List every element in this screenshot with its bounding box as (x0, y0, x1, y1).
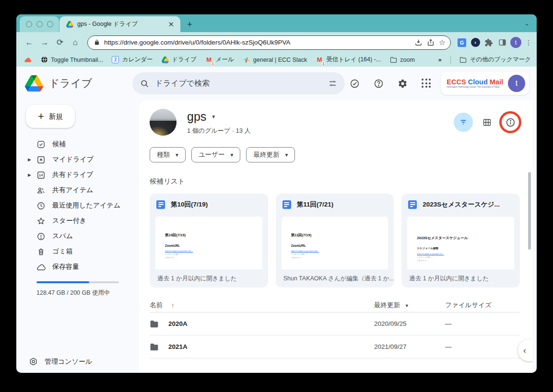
new-button[interactable]: + 新規 (26, 105, 75, 128)
forward-icon[interactable]: → (38, 38, 51, 47)
filter-funnel-button[interactable] (454, 113, 473, 132)
sidebar-item-shared-with-me[interactable]: 共有アイテム (24, 183, 139, 198)
drive-sidebar: + 新規 候補 ▶ マイドライブ ▶ 共有ドライブ (16, 100, 139, 373)
sort-ascending-icon[interactable]: ↑ (171, 301, 175, 309)
row-file-size: — (445, 320, 520, 327)
help-icon[interactable] (369, 74, 388, 93)
chevron-down-icon: ▼ (405, 303, 409, 308)
bookmark-mail[interactable]: M1 メール (205, 56, 234, 64)
bookmark-folder-zoom[interactable]: zoom (389, 56, 415, 64)
google-docs-icon (156, 200, 165, 209)
suggested-file-card[interactable]: 第11回(7/21) 第11回(7/19) ZoomURL https://u-… (276, 194, 394, 288)
scrollbar-thumb[interactable] (528, 172, 531, 250)
doc-preview-thumbnail: 第11回(7/19) ZoomURL https://u-tokyo-ac-jp… (282, 217, 388, 269)
info-button[interactable] (501, 113, 520, 132)
account-box[interactable]: ECCS Cloud Mail Information Technology C… (441, 72, 529, 95)
folder-name: 2021A (168, 343, 188, 350)
reload-icon[interactable]: ⟳ (54, 37, 66, 47)
drive-content: gps ▼ 1 個のグループ · 13 人 (139, 100, 532, 373)
column-header-name[interactable]: 名前 (150, 301, 163, 310)
sidebar-item-starred[interactable]: スター付き (24, 213, 139, 229)
filter-chip-type[interactable]: 種類 ▼ (150, 147, 186, 162)
settings-gear-icon[interactable] (393, 74, 412, 93)
google-docs-icon (282, 200, 291, 209)
storage-usage-text: 128.47 GB / 200 GB 使用中 (36, 289, 139, 297)
browser-profile-avatar[interactable]: t (510, 37, 521, 48)
suggested-section-title: 候補リスト (150, 177, 520, 186)
expand-chevron-icon[interactable]: ▶ (28, 173, 31, 177)
tab-search-chevron-icon[interactable]: › (523, 23, 530, 25)
folder-name: 2020A (168, 320, 188, 327)
bookmark-drive[interactable]: ドライブ (162, 56, 197, 64)
back-icon[interactable]: ← (23, 38, 35, 47)
share-icon[interactable] (427, 38, 435, 46)
drive-app-title: ドライブ (49, 76, 92, 91)
calendar-icon: 2 (112, 56, 119, 64)
home-icon[interactable]: ⌂ (69, 38, 82, 47)
save-to-device-icon[interactable] (414, 38, 423, 46)
drive-search-input[interactable]: ドライブで検索 (132, 72, 345, 94)
tab-close-icon[interactable]: ✕ (166, 20, 176, 29)
storage-progress-fill (36, 281, 89, 283)
search-options-icon[interactable] (328, 79, 337, 88)
group-title-caret-icon[interactable]: ▼ (211, 114, 216, 119)
card-activity-text: 過去 1 か月以内に開きました (150, 269, 268, 288)
filter-chip-modified[interactable]: 最終更新 ▼ (246, 147, 295, 162)
sidebar-item-spam[interactable]: スパム (24, 229, 139, 244)
sidebar-item-suggested[interactable]: 候補 (24, 137, 139, 152)
extensions-puzzle-icon[interactable] (483, 37, 494, 48)
dark-extension-icon[interactable]: ◗ (470, 37, 481, 48)
card-activity-text: 過去 1 か月以内に開きました (401, 269, 520, 288)
minimize-window-button[interactable] (36, 21, 43, 27)
bookmark-star-icon[interactable]: ☆ (439, 38, 446, 47)
doc-preview-thumbnail: 第10回(7/19) ZoomURL https://u-tokyo-ac-jp… (155, 217, 262, 269)
browser-tab[interactable]: gps - Google ドライブ ✕ (59, 16, 180, 32)
bookmark-calendar[interactable]: 2 カレンダー (112, 56, 153, 64)
bookmark-cloud[interactable] (24, 56, 32, 64)
bookmark-slack[interactable]: general | ECC Slack (243, 56, 307, 64)
collapse-panel-chevron-button[interactable]: ‹ (518, 339, 532, 361)
globe-icon (40, 56, 48, 64)
account-avatar[interactable]: t (508, 75, 525, 92)
close-window-button[interactable] (26, 21, 32, 27)
suggested-file-card[interactable]: 2023Sセメスタースケジ... 2023Sセメスタースケジュール スケジュール… (401, 194, 520, 288)
zoom-window-button[interactable] (47, 21, 53, 27)
group-avatar-photo[interactable] (150, 109, 176, 136)
table-row[interactable]: 2021A 2021/09/27 — (150, 335, 520, 358)
column-header-size[interactable]: ファイルサイズ (445, 301, 520, 310)
group-title: gps (187, 110, 206, 124)
new-tab-button[interactable]: + (187, 19, 192, 30)
url-bar[interactable]: https://drive.google.com/drive/u/0/folde… (87, 35, 451, 50)
chevron-down-icon: ▼ (230, 152, 235, 158)
other-bookmarks[interactable]: その他のブックマーク (459, 56, 531, 64)
expand-chevron-icon[interactable]: ▶ (28, 157, 31, 162)
storage-progress (36, 281, 119, 283)
browser-menu-icon[interactable]: ⋮ (525, 39, 532, 46)
slack-icon (243, 56, 250, 64)
sidebar-item-trash[interactable]: ゴミ箱 (24, 244, 139, 259)
table-row[interactable]: 2020A 2020/09/25 — (150, 312, 520, 335)
google-apps-grid-icon[interactable] (417, 74, 436, 93)
drive-home-link[interactable]: ドライブ (25, 75, 132, 92)
doc-preview-thumbnail: 2023Sセメスタースケジュール スケジュール調整 https://u-toky… (407, 217, 514, 269)
drive-icon (162, 56, 169, 64)
bookmark-inbox[interactable]: M1 受信トレイ (164) -... (316, 56, 381, 64)
suggested-file-card[interactable]: 第10回(7/19) 第10回(7/19) ZoomURL https://u-… (150, 194, 268, 288)
grid-view-button[interactable] (479, 114, 495, 130)
approval-status-icon[interactable] (345, 74, 364, 93)
side-panel-icon[interactable] (497, 37, 507, 48)
sidebar-item-shared-drives[interactable]: ▶ 共有ドライブ (24, 167, 139, 183)
sidebar-item-storage[interactable]: 保存容量 (24, 259, 139, 275)
filter-chip-people[interactable]: ユーザー ▼ (191, 147, 241, 162)
url-text: https://drive.google.com/drive/u/0/folde… (104, 39, 410, 46)
drive-favicon (66, 21, 73, 28)
translate-extension-icon[interactable]: G (457, 37, 467, 48)
bookmark-toggle-thumbnail[interactable]: Toggle Thumbnail... (40, 56, 103, 64)
sidebar-item-recent[interactable]: 最近使用したアイテム (24, 198, 139, 213)
bookmarks-overflow-chevron[interactable]: » (438, 57, 442, 63)
column-header-modified[interactable]: 最終更新 (374, 301, 400, 309)
lock-icon (94, 39, 100, 46)
browser-window: gps - Google ドライブ ✕ + › ← → ⟳ ⌂ https://… (16, 14, 537, 373)
sidebar-item-admin-console[interactable]: 管理コンソール (24, 357, 92, 366)
sidebar-item-my-drive[interactable]: ▶ マイドライブ (24, 152, 139, 167)
